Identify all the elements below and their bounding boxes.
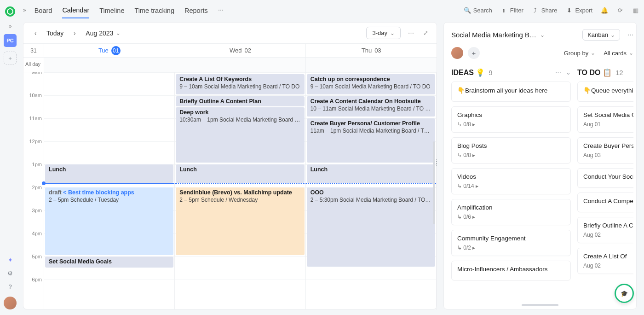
calendar-event[interactable]: Create A Content Calendar On Hootsuite10…	[307, 96, 435, 117]
board-more-icon[interactable]: ⋯	[627, 31, 633, 38]
event-subtitle: 2 – 5pm Schedule / Wednesday	[179, 197, 300, 203]
event-title: Set Social Media Goals	[49, 258, 170, 265]
add-member-button[interactable]: +	[468, 47, 480, 59]
column-more-icon[interactable]: ⋯	[555, 69, 561, 76]
kanban-card[interactable]: Amplification↳ 0/6 ▸	[451, 199, 571, 225]
app-logo-icon[interactable]	[5, 6, 15, 17]
add-workspace-button[interactable]: +	[4, 52, 17, 64]
more-tabs-icon[interactable]: ⋯	[218, 7, 224, 13]
dow-label: Tue	[98, 47, 109, 54]
calendar-event[interactable]: Briefly Outline A Content Plan	[176, 96, 304, 106]
event-subtitle: 10 – 11am Social Media Marketing Board /…	[310, 105, 431, 112]
bell-icon[interactable]: 🔔	[601, 6, 608, 14]
hour-label: 10am	[29, 93, 42, 98]
day-header-thu[interactable]: Thu03	[306, 44, 437, 57]
month-picker[interactable]: Aug 2023⌄	[86, 29, 121, 37]
member-avatar[interactable]	[451, 47, 463, 59]
tab-reports[interactable]: Reports	[184, 2, 208, 18]
event-title: OOO	[310, 189, 431, 196]
calendar-event[interactable]: OOO2 – 5:30pm Social Media Marketing Boa…	[307, 187, 435, 267]
event-subtitle: 9 – 10am Social Media Marketing Board / …	[179, 83, 300, 90]
panel-icon[interactable]: ▥	[632, 6, 639, 14]
workspace-avatar[interactable]: PC	[4, 34, 17, 47]
all-day-thu[interactable]	[306, 58, 437, 72]
kanban-card[interactable]: Create Buyer PersonAug 03	[577, 137, 633, 163]
kanban-card[interactable]: Community Engagement↳ 0/2 ▸	[451, 230, 571, 256]
calendar-toolbar: ‹ Today › Aug 2023⌄ 3-day⌄ ⋯ ⤢	[23, 23, 437, 44]
group-by-select[interactable]: Group by⌄	[564, 50, 595, 57]
calendar-event[interactable]: Sendinblue (Brevo) vs. Mailchimp update2…	[176, 187, 304, 255]
help-icon[interactable]: ?	[8, 283, 12, 290]
export-button[interactable]: ⬇Export	[565, 6, 592, 14]
card-meta: Aug 01	[583, 121, 633, 128]
calendar-panel: ‹ Today › Aug 2023⌄ 3-day⌄ ⋯ ⤢ 31 Tue01 …	[23, 22, 437, 309]
kanban-card[interactable]: Conduct Your Social	[577, 168, 633, 188]
calendar-event[interactable]: Lunch	[45, 164, 173, 183]
kanban-card[interactable]: 👇Brainstorm all your ideas here	[451, 82, 571, 102]
kanban-card[interactable]: 👇Queue everything	[577, 82, 633, 102]
gear-icon[interactable]: ⚙	[7, 270, 13, 277]
kanban-card[interactable]: Briefly Outline A ConAug 02	[577, 217, 633, 243]
share-button[interactable]: ⤴Share	[532, 6, 558, 14]
day-header-wed[interactable]: Wed02	[175, 44, 306, 57]
kanban-card[interactable]: Graphics↳ 0/8 ▸	[451, 106, 571, 133]
refresh-icon[interactable]: ⟳	[616, 6, 624, 14]
today-button[interactable]: Today	[46, 29, 63, 37]
chevron-down-icon: ⌄	[591, 50, 595, 56]
kanban-card[interactable]: Micro-Influencers / Ambassadors	[451, 261, 571, 280]
resize-handle-icon[interactable]: ⋮⋮	[434, 161, 439, 164]
chevron-down-icon[interactable]: ⌄	[540, 32, 545, 38]
chevron-down-icon[interactable]: ⌄	[566, 69, 571, 76]
card-filter-select[interactable]: All cards⌄	[604, 50, 633, 57]
all-day-tue[interactable]	[44, 58, 175, 72]
day-num: 03	[374, 47, 381, 54]
day-header-tue[interactable]: Tue01	[44, 44, 175, 57]
view-select[interactable]: 3-day⌄	[366, 27, 401, 39]
prev-button[interactable]: ‹	[30, 28, 41, 39]
chevron-right-icon[interactable]: »	[9, 23, 12, 29]
board-view-label: Kanban	[587, 31, 608, 38]
tab-time-tracking[interactable]: Time tracking	[135, 2, 174, 18]
calendar-event[interactable]: Set Social Media Goals	[45, 257, 173, 268]
user-avatar[interactable]	[4, 297, 17, 309]
event-title: Lunch	[310, 166, 431, 173]
kanban-card[interactable]: Videos↳ 0/14 ▸	[451, 168, 571, 194]
calendar-event[interactable]: Create A List Of Keywords9 – 10am Social…	[176, 74, 304, 94]
scrollbar[interactable]	[433, 141, 435, 224]
column-name[interactable]: IDEAS 💡	[451, 68, 485, 77]
more-menu-icon[interactable]: ⋯	[406, 29, 415, 38]
day-col-wed[interactable]: Create A List Of Keywords9 – 10am Social…	[175, 72, 305, 310]
board-view-select[interactable]: Kanban⌄	[582, 29, 620, 41]
calendar-event[interactable]: Deep work10:30am – 1pm Social Media Mark…	[176, 107, 304, 163]
sparkle-icon[interactable]: ✦	[8, 257, 13, 263]
filter-button[interactable]: ⫾Filter	[500, 6, 523, 14]
calendar-event[interactable]: draft < Best time blocking apps2 – 5pm S…	[45, 187, 173, 255]
help-fab[interactable]: 🎓	[615, 284, 634, 303]
chevron-right-icon[interactable]: »	[23, 7, 26, 13]
hour-label: 1pm	[32, 162, 42, 167]
calendar-event[interactable]: Catch up on correspondence9 – 10am Socia…	[307, 74, 435, 94]
kanban-card[interactable]: Blog Posts↳ 0/8 ▸	[451, 137, 571, 163]
next-button[interactable]: ›	[69, 28, 80, 39]
view-label: 3-day	[372, 29, 387, 36]
tab-board[interactable]: Board	[34, 2, 52, 18]
time-gutter: 9am10am11am12pm1pm2pm3pm4pm5pm6pm	[23, 72, 44, 310]
search-button[interactable]: 🔍Search	[464, 6, 492, 14]
all-day-wed[interactable]	[175, 58, 306, 72]
board-title[interactable]: Social Media Marketing B…	[451, 31, 536, 39]
kanban-card[interactable]: Set Social Media GoAug 01	[577, 106, 633, 133]
kanban-card[interactable]: Create A List OfAug 02	[577, 248, 633, 274]
kanban-card[interactable]: Conduct A Competit	[577, 192, 633, 212]
day-col-tue[interactable]: Lunchdraft < Best time blocking apps2 – …	[44, 72, 175, 310]
calendar-event[interactable]: Lunch	[307, 164, 435, 183]
calendar-event[interactable]: Lunch	[176, 164, 304, 183]
day-num: 02	[245, 47, 251, 54]
expand-icon[interactable]: ⤢	[421, 29, 430, 38]
horizontal-scrollbar[interactable]	[522, 304, 558, 306]
day-col-thu[interactable]: Catch up on correspondence9 – 10am Socia…	[306, 72, 437, 310]
kanban-column-header: IDEAS 💡9⋯⌄	[451, 68, 571, 77]
column-name[interactable]: TO DO 📋	[577, 68, 612, 77]
calendar-event[interactable]: Create Buyer Persona/ Customer Profile11…	[307, 118, 435, 163]
tab-timeline[interactable]: Timeline	[99, 2, 124, 18]
tab-calendar[interactable]: Calendar	[62, 2, 89, 18]
